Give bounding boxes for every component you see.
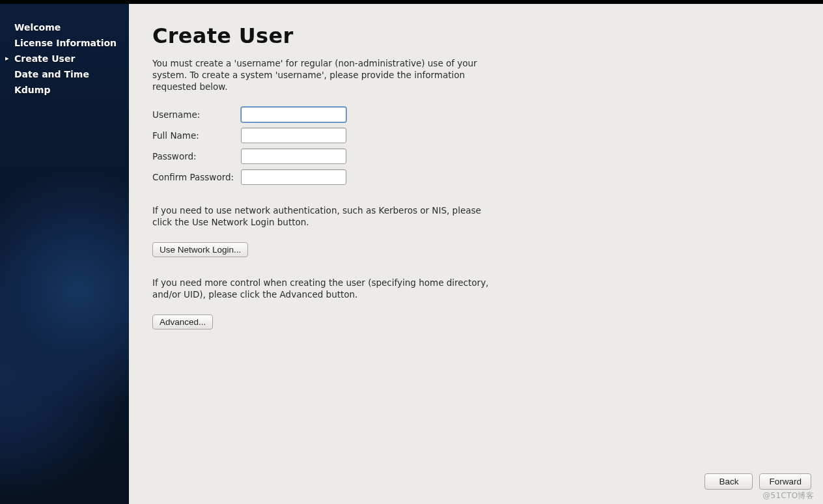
wizard-sidebar: Welcome License Information Create User … xyxy=(0,4,129,504)
create-user-form: Username: Full Name: Password: Confirm P… xyxy=(152,107,800,185)
form-row-fullname: Full Name: xyxy=(152,128,800,143)
sidebar-item-welcome[interactable]: Welcome xyxy=(0,20,129,35)
advanced-hint: If you need more control when creating t… xyxy=(152,277,491,300)
intro-text: You must create a 'username' for regular… xyxy=(152,57,491,92)
firstboot-wizard: Welcome License Information Create User … xyxy=(0,4,823,504)
form-row-username: Username: xyxy=(152,107,800,122)
form-row-confirm-password: Confirm Password: xyxy=(152,169,800,185)
back-button[interactable]: Back xyxy=(704,473,753,490)
confirm-password-label: Confirm Password: xyxy=(152,172,241,182)
password-input[interactable] xyxy=(241,148,346,164)
username-input[interactable] xyxy=(241,107,346,122)
confirm-password-input[interactable] xyxy=(241,169,346,185)
sidebar-item-label: Create User xyxy=(14,53,75,64)
use-network-login-button[interactable]: Use Network Login... xyxy=(152,242,248,257)
sidebar-item-create-user[interactable]: Create User xyxy=(0,51,129,66)
password-label: Password: xyxy=(152,151,241,161)
page-title: Create User xyxy=(152,23,800,48)
fullname-input[interactable] xyxy=(241,128,346,143)
form-row-password: Password: xyxy=(152,148,800,164)
sidebar-item-date-and-time[interactable]: Date and Time xyxy=(0,66,129,82)
sidebar-item-label: License Information xyxy=(14,37,117,49)
sidebar-item-label: Welcome xyxy=(14,21,61,33)
advanced-button[interactable]: Advanced... xyxy=(152,315,213,329)
username-label: Username: xyxy=(152,109,241,120)
step-marker-icon xyxy=(5,53,12,64)
sidebar-item-label: Date and Time xyxy=(14,68,89,80)
forward-button[interactable]: Forward xyxy=(759,473,811,490)
watermark-text: @51CTO博客 xyxy=(762,490,814,501)
sidebar-item-label: Kdump xyxy=(14,84,50,96)
fullname-label: Full Name: xyxy=(152,130,241,141)
wizard-main-panel: Create User You must create a 'username'… xyxy=(129,4,823,504)
sidebar-item-kdump[interactable]: Kdump xyxy=(0,82,129,98)
wizard-footer: Back Forward xyxy=(704,473,811,490)
sidebar-item-license-information[interactable]: License Information xyxy=(0,35,129,51)
network-login-hint: If you need to use network authenticatio… xyxy=(152,204,491,228)
